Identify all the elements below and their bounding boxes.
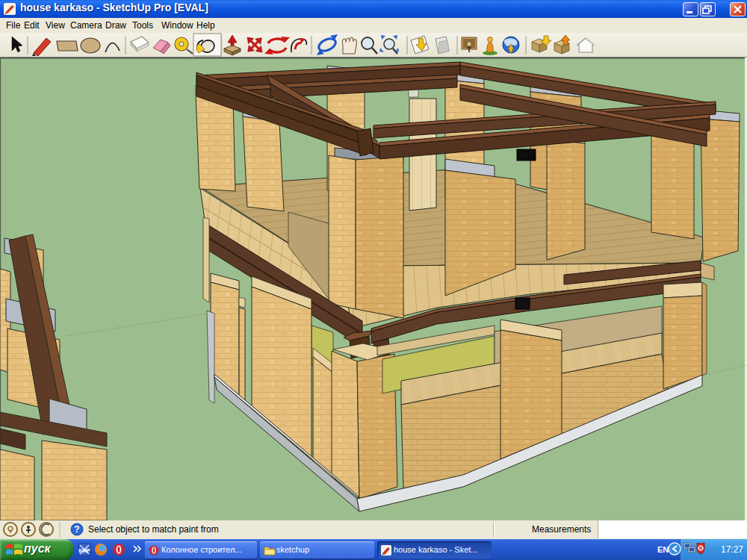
svg-text:EN: EN <box>657 545 669 554</box>
svg-text:?: ? <box>74 524 79 535</box>
svg-text:KMP: KMP <box>78 548 90 553</box>
